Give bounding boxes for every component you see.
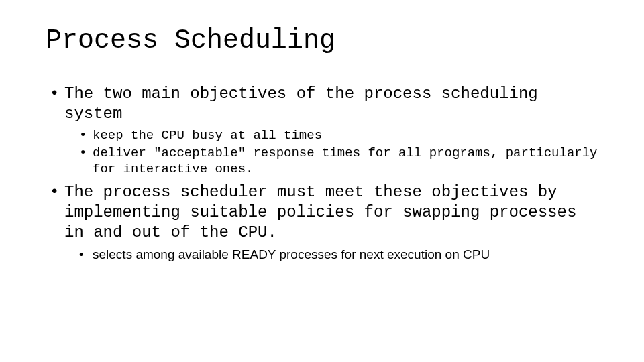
bullet-list: The two main objectives of the process s…: [46, 84, 598, 263]
bullet-scheduler-policies: The process scheduler must meet these ob…: [46, 182, 598, 263]
bullet-text: The process scheduler must meet these ob…: [64, 183, 576, 241]
sub-bullet-text: deliver "acceptable" response times for …: [93, 145, 598, 176]
sub-bullet-cpu-busy: keep the CPU busy at all times: [76, 128, 598, 144]
slide: Process Scheduling The two main objectiv…: [0, 0, 644, 362]
sub-bullet-list: selects among available READY processes …: [64, 247, 598, 263]
sub-bullet-text: keep the CPU busy at all times: [93, 128, 322, 143]
bullet-text: The two main objectives of the process s…: [64, 84, 538, 123]
sub-bullet-list: keep the CPU busy at all times deliver "…: [64, 128, 598, 177]
sub-bullet-response-times: deliver "acceptable" response times for …: [76, 145, 598, 178]
bullet-objectives: The two main objectives of the process s…: [46, 84, 598, 177]
sub-bullet-selects-ready: selects among available READY processes …: [76, 247, 598, 263]
slide-title: Process Scheduling: [46, 25, 598, 56]
sub-bullet-text: selects among available READY processes …: [93, 247, 490, 261]
